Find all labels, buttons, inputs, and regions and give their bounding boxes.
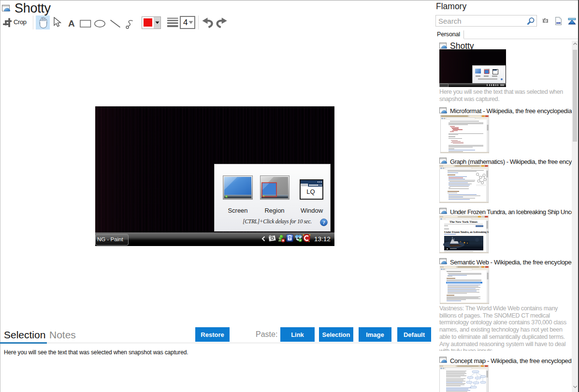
svg-text:Under Frozen Tundra, an Icebre: Under Frozen Tundra, an Icebreaking Ship… bbox=[444, 231, 489, 233]
svg-text:The New York Times: The New York Times bbox=[449, 220, 478, 223]
svg-text:?: ? bbox=[322, 219, 325, 225]
svg-text:LQ: LQ bbox=[306, 188, 315, 195]
